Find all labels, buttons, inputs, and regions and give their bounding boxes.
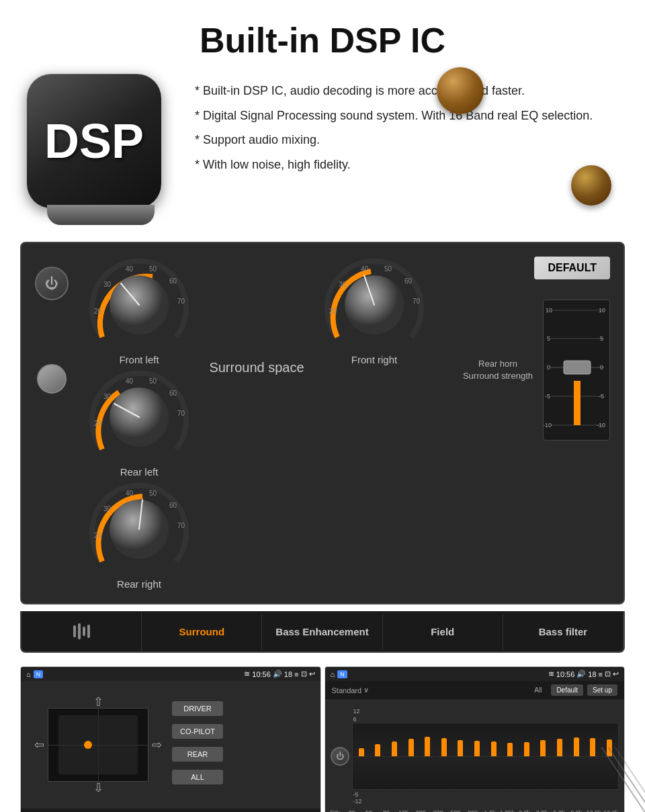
dsp-icon-box: DSP — [27, 74, 161, 208]
nav-left[interactable]: ⇦ — [34, 737, 44, 752]
eq-bar-13[interactable] — [568, 725, 584, 788]
front-right-arc: 20 30 40 50 60 70 — [324, 257, 425, 351]
svg-text:60: 60 — [169, 502, 177, 509]
status-volume: 🔊 — [273, 670, 282, 678]
btn-setup[interactable]: Set up — [587, 684, 617, 696]
nav-right[interactable]: ⇨ — [152, 737, 162, 752]
dsp-panel: ⏻ — [20, 242, 625, 604]
eq-bar-14[interactable] — [585, 725, 601, 788]
tab-bass-filter[interactable]: Bass filter — [503, 614, 624, 649]
screen-right-status: ⌂ N ≋ 10:56 🔊 18 ≡ ⊡ ↩ — [325, 667, 625, 681]
preset-label[interactable]: Standard — [332, 686, 362, 694]
eq-bar-0[interactable] — [354, 725, 370, 788]
eq-bar-1[interactable] — [370, 725, 386, 788]
power-button[interactable]: ⏻ — [35, 267, 69, 300]
rear-left-label: Rear left — [120, 466, 159, 478]
svg-text:5: 5 — [600, 335, 603, 342]
fc-label: FC: — [331, 809, 343, 812]
eq-bar-10[interactable] — [519, 725, 534, 788]
bullet-2: * Digital Signal Processing sound system… — [195, 105, 618, 126]
svg-text:50: 50 — [149, 490, 157, 497]
rear-horn-label: Rear horn — [463, 358, 533, 370]
driver-btn[interactable]: DRIVER — [172, 701, 223, 716]
svg-text:50: 50 — [149, 377, 157, 385]
nav-down[interactable]: ⇩ — [93, 780, 103, 795]
deco-knob-1 — [437, 67, 484, 114]
svg-text:30: 30 — [339, 281, 347, 288]
meter-scale: 10 10 5 5 0 0 -5 -5 -10 -10 — [544, 300, 610, 441]
svg-text:-5: -5 — [599, 393, 604, 400]
tab-eq[interactable] — [22, 611, 142, 651]
default-button[interactable]: DEFAULT — [534, 257, 610, 279]
fc-1_25k: 1.25k — [499, 809, 515, 812]
rear-right-arc: 20 30 40 50 60 70 — [89, 481, 189, 575]
position-dot — [84, 741, 92, 749]
fc-30: 30 — [344, 809, 360, 812]
screen-left: ⌂ N ≋ 10:56 🔊 18 ≡ ⊡ ↩ ⇧ ⇩ — [20, 666, 321, 812]
status-window-r: ⊡ — [605, 670, 611, 678]
btn-all[interactable]: All — [529, 684, 547, 696]
nav-up[interactable]: ⇧ — [93, 694, 103, 709]
fc-12k: 12.0k — [586, 809, 602, 812]
all-btn[interactable]: ALL — [172, 770, 223, 784]
eq-bar-6[interactable] — [453, 725, 468, 788]
screenshots-section: ⌂ N ≋ 10:56 🔊 18 ≡ ⊡ ↩ ⇧ ⇩ — [20, 666, 625, 812]
svg-text:70: 70 — [177, 298, 185, 305]
crosshair-area: ⇧ ⇩ ⇦ ⇨ — [31, 691, 165, 799]
btn-default[interactable]: Default — [551, 684, 583, 696]
eq-bar-12[interactable] — [552, 725, 568, 788]
svg-text:40: 40 — [126, 490, 134, 497]
eq-power[interactable]: ⏻ — [331, 747, 349, 766]
svg-text:30: 30 — [103, 393, 112, 400]
status-time-r: 10:56 — [556, 670, 575, 678]
eq-bar-3[interactable] — [403, 725, 419, 788]
fc-2k: 2.0k — [517, 809, 533, 812]
copilot-btn[interactable]: CO-PILOT — [172, 724, 223, 739]
svg-text:-5: -5 — [545, 393, 550, 400]
rear-left-control: 20 30 40 50 60 70 Rear left — [79, 369, 200, 478]
svg-text:60: 60 — [169, 390, 177, 397]
svg-text:70: 70 — [413, 298, 421, 305]
rear-left-arc: 20 30 40 50 60 70 — [89, 369, 189, 463]
svg-text:-10: -10 — [544, 422, 552, 428]
dsp-label: DSP — [44, 114, 144, 169]
page-title: Built-in DSP IC — [0, 0, 645, 74]
level-meter: 10 10 5 5 0 0 -5 -5 -10 -10 — [543, 300, 610, 441]
car-image — [58, 715, 138, 774]
rear-btn[interactable]: REAR — [172, 747, 223, 762]
status-time: 10:56 — [252, 670, 271, 678]
eq-bar-7[interactable] — [470, 725, 485, 788]
channel-button[interactable] — [37, 364, 67, 394]
eq-bar-8[interactable] — [486, 725, 501, 788]
svg-text:-10: -10 — [597, 422, 605, 428]
eq-bar-4[interactable] — [420, 725, 435, 788]
eq-bar-15[interactable] — [601, 725, 617, 788]
fc-8k: 8.0k — [568, 809, 585, 812]
crosshair-box — [48, 708, 148, 782]
eq-bars — [352, 723, 619, 790]
rear-right-label: Rear right — [117, 578, 161, 590]
eq-bar-11[interactable] — [535, 725, 551, 788]
status-icon-nav-r: N — [337, 670, 347, 678]
screen-left-nav: Surround Bass Enhancement Field Bass fil… — [21, 809, 320, 812]
tab-bass-enhancement[interactable]: Bass Enhancement — [262, 614, 382, 649]
fc-80: 80 — [378, 809, 394, 812]
eq-bar-2[interactable] — [387, 725, 402, 788]
fc-500: 500 — [447, 809, 464, 812]
svg-text:70: 70 — [177, 522, 185, 529]
svg-text:50: 50 — [384, 265, 392, 273]
tab-surround[interactable]: Surround — [142, 614, 262, 649]
tab-field[interactable]: Field — [383, 614, 503, 649]
svg-text:20: 20 — [94, 532, 102, 539]
status-menu-r: ≡ — [599, 670, 603, 678]
eq-bar-9[interactable] — [503, 725, 518, 788]
svg-text:10: 10 — [546, 307, 552, 314]
surround-visualization: ⇧ ⇩ ⇦ ⇨ — [21, 681, 320, 809]
eq-bar-5[interactable] — [436, 725, 452, 788]
svg-text:5: 5 — [547, 335, 550, 342]
svg-text:30: 30 — [103, 505, 112, 512]
rear-right-control: 20 30 40 50 60 70 Rear right — [79, 481, 200, 590]
eq-scale-6: 6 — [353, 716, 357, 723]
dsp-icon-container: DSP — [27, 74, 175, 222]
front-left-arc: 20 30 40 50 60 70 — [89, 257, 189, 351]
